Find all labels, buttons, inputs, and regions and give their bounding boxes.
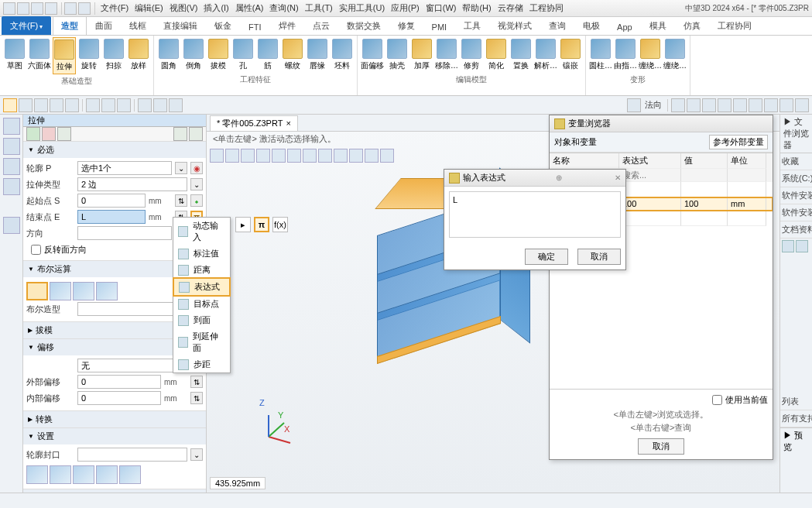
qt-btn[interactable]	[153, 98, 167, 112]
ribbon-button[interactable]: 镶嵌	[559, 37, 582, 73]
dock-icon[interactable]	[796, 240, 808, 252]
reverse-dir-checkbox[interactable]	[31, 245, 41, 255]
ribbon-button[interactable]: 缠绕阵列到面	[663, 37, 687, 73]
dir-field[interactable]	[77, 226, 172, 240]
dock-item[interactable]: 软件安装包	[780, 204, 812, 221]
qt-btn[interactable]	[117, 98, 131, 112]
qt-btn[interactable]	[749, 98, 762, 112]
vt-btn[interactable]	[241, 149, 255, 163]
close-icon[interactable]: ✕	[612, 173, 621, 182]
dock-preview[interactable]: ▶ 预览	[780, 427, 812, 455]
ribbon-button[interactable]: 唇缘	[306, 37, 329, 73]
pin-icon[interactable]: ⊕	[556, 173, 562, 182]
profile-field[interactable]: 选中1个	[77, 161, 172, 175]
ribbon-tab[interactable]: 线框	[121, 16, 155, 35]
type-field[interactable]: 2 边	[77, 177, 187, 191]
qat-redo-icon[interactable]	[78, 2, 91, 15]
viewport[interactable]: * 零件005.Z3PRT × <单击左键> 激活动态选择输入。 输入表达式⊕ …	[207, 115, 779, 493]
section-transform[interactable]: ▶转换	[23, 411, 206, 427]
qt-btn[interactable]	[702, 98, 716, 112]
dock-item[interactable]: 收藏	[780, 153, 812, 170]
ctx-item[interactable]: 到面	[173, 312, 230, 328]
target-icon[interactable]: ◉	[190, 162, 203, 174]
ctx-item[interactable]: 到延伸面	[173, 328, 230, 356]
ribbon-button[interactable]: 螺纹	[281, 37, 304, 73]
vt-btn[interactable]	[334, 149, 348, 163]
ribbon-button[interactable]: 圆柱折弯	[589, 37, 612, 73]
ribbon-button[interactable]: 放样	[127, 37, 150, 74]
bool-type-field[interactable]	[77, 302, 187, 316]
vt-btn[interactable]	[225, 149, 239, 163]
qat-open-icon[interactable]	[17, 2, 29, 15]
menu-item[interactable]: 工具(T)	[302, 3, 336, 12]
ribbon-button[interactable]: 坯料	[331, 37, 354, 73]
left-tool-icon[interactable]	[3, 178, 20, 195]
expand-icon[interactable]	[189, 127, 203, 141]
apply-icon[interactable]	[57, 127, 71, 141]
cap-opt-icon[interactable]	[50, 465, 71, 484]
qt-btn[interactable]	[169, 98, 183, 112]
cap-opt-icon[interactable]	[26, 465, 48, 484]
ribbon-tab[interactable]: 查询	[540, 16, 574, 35]
menu-item[interactable]: 插入(I)	[200, 3, 231, 12]
qt-btn[interactable]	[733, 98, 747, 112]
dropdown-icon[interactable]: ⌄	[175, 162, 187, 174]
menu-item[interactable]: 视图(V)	[166, 3, 201, 12]
cap-opt-icon[interactable]	[96, 465, 118, 484]
dock-header[interactable]: ▶ 文件浏览器	[780, 115, 812, 153]
ribbon-tab[interactable]: 直接编辑	[155, 16, 206, 35]
ribbon-tab[interactable]: 数据交换	[338, 16, 389, 35]
ribbon-button[interactable]: 面偏移	[361, 37, 384, 73]
qt-btn[interactable]	[65, 98, 79, 112]
ribbon-tab[interactable]: 曲面	[87, 16, 121, 35]
ok-icon[interactable]	[26, 127, 40, 141]
cancel-icon[interactable]	[42, 127, 56, 141]
ribbon-tab[interactable]: 仿真	[675, 16, 709, 35]
ribbon-button[interactable]: 解析自相交	[534, 37, 557, 73]
start-field[interactable]: 0	[77, 194, 146, 208]
qat-print-icon[interactable]	[45, 2, 57, 15]
vt-btn[interactable]	[365, 149, 379, 163]
expression-input[interactable]: L	[449, 191, 621, 238]
dock-filter[interactable]: 所有支持	[780, 410, 812, 427]
bool-cut-icon[interactable]	[73, 282, 94, 300]
dropdown-icon[interactable]: ⌄	[190, 178, 203, 190]
end-field[interactable]: L	[77, 210, 146, 224]
left-tool-icon[interactable]	[3, 118, 20, 135]
bool-intersect-icon[interactable]	[96, 282, 118, 300]
info-icon[interactable]	[173, 127, 187, 141]
qt-btn[interactable]	[795, 98, 809, 112]
float-arrow-icon[interactable]: ▸	[235, 217, 251, 232]
ribbon-button[interactable]: 抽壳	[385, 37, 409, 73]
float-pi-icon[interactable]: π	[254, 217, 269, 232]
section-required[interactable]: ▼必选	[23, 142, 206, 158]
menu-item[interactable]: 属性(A)	[232, 3, 267, 12]
bool-add-icon[interactable]	[50, 282, 71, 300]
ribbon-button[interactable]: 圆角	[157, 37, 180, 73]
qt-btn[interactable]	[718, 98, 731, 112]
dock-item[interactable]: 软件安装(E	[780, 187, 812, 204]
vt-btn[interactable]	[318, 149, 332, 163]
ribbon-tab[interactable]: 焊件	[270, 16, 304, 35]
ribbon-button[interactable]: 简化	[485, 37, 508, 73]
left-tool-icon[interactable]	[3, 138, 20, 155]
menu-item[interactable]: 编辑(E)	[132, 3, 166, 12]
qt-btn[interactable]	[34, 98, 48, 112]
doc-tab[interactable]: * 零件005.Z3PRT ×	[210, 115, 298, 131]
qt-btn[interactable]	[138, 98, 152, 112]
ext-offset-field[interactable]: 0	[77, 375, 161, 389]
cancel-button[interactable]: 取消	[577, 249, 621, 265]
ribbon-button[interactable]: 移除实体	[435, 37, 458, 73]
float-fx-icon[interactable]: f(x)	[272, 217, 288, 232]
ribbon-button[interactable]: 六面体	[28, 37, 51, 74]
ribbon-tab[interactable]: PMI	[423, 19, 456, 35]
menu-item[interactable]: 查询(N)	[266, 3, 301, 12]
qt-btn[interactable]	[627, 98, 641, 112]
ribbon-button[interactable]: 置换	[509, 37, 533, 73]
vt-btn[interactable]	[380, 149, 394, 163]
qt-btn[interactable]	[687, 98, 701, 112]
ctx-item[interactable]: 动态输入	[173, 218, 230, 245]
ribbon-button[interactable]: 拔模	[207, 37, 230, 73]
left-tool-icon[interactable]	[3, 158, 20, 175]
qat-new-icon[interactable]	[3, 2, 15, 15]
